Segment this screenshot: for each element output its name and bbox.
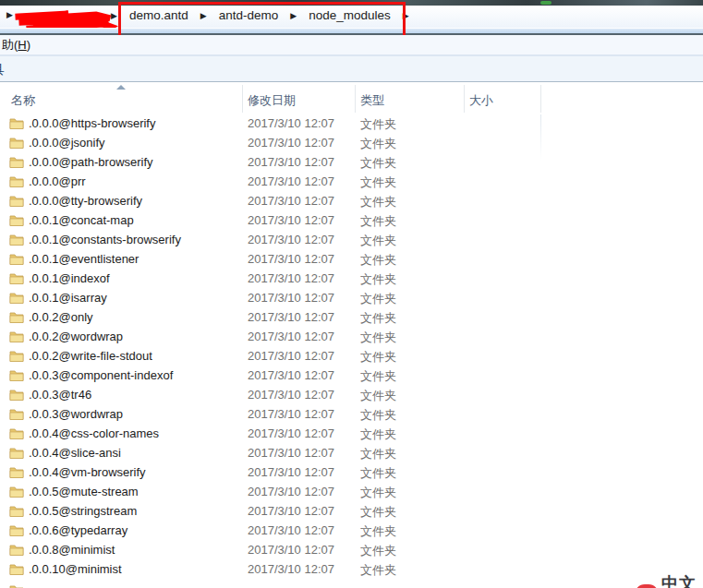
toolbar: 具 (0, 56, 703, 81)
file-name: .0.0.0@prr (29, 174, 86, 188)
breadcrumb-root-chevron-icon[interactable]: ▶ (6, 10, 13, 19)
file-date-modified: 2017/3/10 12:07 (248, 485, 334, 498)
table-row[interactable]: .0.0.4@css-color-names 2017/3/10 12:07 文… (0, 425, 703, 444)
table-row[interactable]: .0.0.0@tty-browserify 2017/3/10 12:07 文件… (0, 192, 703, 211)
file-date-modified: 2017/3/10 12:07 (248, 426, 334, 440)
file-type: 文件夹 (360, 407, 396, 424)
file-date-modified: 2017/3/10 12:07 (248, 213, 334, 227)
column-divider[interactable] (464, 85, 465, 113)
file-date-modified: 2017/3/10 12:07 (248, 465, 334, 479)
folder-icon (9, 584, 24, 588)
table-row[interactable]: .0.0.5@mute-stream 2017/3/10 12:07 文件夹 (0, 483, 703, 502)
folder-icon (9, 234, 24, 246)
table-row[interactable]: .0.0.8@minimist 2017/3/10 12:07 文件夹 (0, 541, 703, 560)
column-header-date-modified[interactable]: 修改日期 (248, 83, 349, 114)
file-name: .0.0.10@minimist (29, 562, 122, 576)
menu-help-text-close: ) (27, 38, 30, 52)
file-type: 文件夹 (360, 213, 396, 230)
table-row[interactable]: .0.0.5@stringstream 2017/3/10 12:07 文件夹 (0, 502, 703, 522)
column-divider[interactable] (540, 85, 541, 113)
file-date-modified: 2017/3/10 12:07 (248, 271, 334, 285)
table-row[interactable]: .0.0.3@component-indexof 2017/3/10 12:07… (0, 366, 703, 386)
table-row[interactable]: .0.0.1@isarray 2017/3/10 12:07 文件夹 (0, 289, 703, 308)
file-date-modified: 2017/3/10 12:07 (248, 116, 334, 130)
breadcrumb-item[interactable]: demo.antd (129, 8, 188, 22)
table-row[interactable]: .0.0.2@wordwrap 2017/3/10 12:07 文件夹 (0, 328, 703, 347)
file-name: .0.0.1@concat-map (29, 213, 134, 227)
site-watermark: php 中文网 (635, 572, 703, 588)
column-divider[interactable] (355, 85, 356, 113)
file-date-modified: 2017/3/10 12:07 (248, 543, 334, 557)
file-type: 文件夹 (360, 426, 396, 443)
folder-icon (9, 544, 24, 557)
table-row[interactable]: .0.0.0@path-browserify 2017/3/10 12:07 文… (0, 153, 703, 173)
file-type: 文件夹 (360, 562, 396, 579)
file-date-modified: 2017/3/10 12:07 (248, 388, 334, 402)
file-name: .0.0.3@tr46 (29, 388, 91, 402)
table-row[interactable]: .0.0.1@eventlistener 2017/3/10 12:07 文件夹 (0, 250, 703, 270)
table-row[interactable]: .0.0.4@slice-ansi 2017/3/10 12:07 文件夹 (0, 444, 703, 463)
address-bar[interactable]: ▶ ▶ demo.antd▶antd-demo▶node_modules▶ (0, 6, 703, 28)
column-header-row: 名称 修改日期 类型 大小 (0, 83, 703, 114)
table-row[interactable]: .0.0.2@only 2017/3/10 12:07 文件夹 (0, 308, 703, 328)
file-name: .0.0.2@write-file-stdout (29, 349, 152, 363)
column-header-size[interactable]: 大小 (469, 83, 534, 114)
table-row[interactable]: .0.0.1@constants-browserify 2017/3/10 12… (0, 231, 703, 250)
menu-item-help[interactable]: 助(H) (2, 35, 30, 54)
file-name: .0.0.0@jsonify (29, 136, 105, 150)
table-row[interactable]: .0.0.2@write-file-stdout 2017/3/10 12:07… (0, 347, 703, 366)
folder-icon (9, 117, 24, 130)
partial-table-row[interactable] (0, 583, 703, 588)
breadcrumb-chevron-icon[interactable]: ▶ (403, 11, 409, 20)
breadcrumb-item[interactable]: antd-demo (219, 8, 279, 22)
file-type: 文件夹 (360, 155, 396, 172)
breadcrumb-chevron-icon[interactable]: ▶ (111, 11, 117, 20)
table-row[interactable]: .0.0.3@wordwrap 2017/3/10 12:07 文件夹 (0, 405, 703, 425)
breadcrumb-item[interactable]: node_modules (309, 8, 391, 22)
table-row[interactable]: .0.0.0@prr 2017/3/10 12:07 文件夹 (0, 173, 703, 192)
table-row[interactable]: .0.0.4@vm-browserify 2017/3/10 12:07 文件夹 (0, 463, 703, 483)
file-type: 文件夹 (360, 523, 396, 540)
breadcrumb[interactable]: demo.antd▶antd-demo▶node_modules▶ (129, 8, 409, 22)
folder-icon (9, 408, 24, 421)
table-row[interactable]: .0.0.10@minimist 2017/3/10 12:07 文件夹 (0, 560, 703, 580)
file-type: 文件夹 (360, 194, 396, 210)
folder-icon (9, 272, 24, 285)
menu-help-text: 助( (2, 38, 18, 52)
file-name: .0.0.3@component-indexof (29, 368, 173, 382)
file-type: 文件夹 (360, 349, 396, 366)
file-name: .0.0.1@eventlistener (29, 252, 139, 266)
breadcrumb-chevron-icon[interactable]: ▶ (290, 11, 297, 20)
file-date-modified: 2017/3/10 12:07 (248, 194, 334, 208)
file-date-modified: 2017/3/10 12:07 (248, 174, 334, 188)
file-date-modified: 2017/3/10 12:07 (248, 136, 334, 150)
folder-icon (9, 505, 24, 518)
toolbar-clipped-label: 具 (0, 62, 5, 78)
file-date-modified: 2017/3/10 12:07 (248, 446, 334, 460)
file-date-modified: 2017/3/10 12:07 (248, 523, 334, 537)
table-row[interactable]: .0.0.3@tr46 2017/3/10 12:07 文件夹 (0, 386, 703, 405)
table-row[interactable]: .0.0.0@https-browserify 2017/3/10 12:07 … (0, 114, 703, 134)
file-type: 文件夹 (360, 291, 396, 307)
file-date-modified: 2017/3/10 12:07 (248, 233, 334, 246)
file-name: .0.0.5@mute-stream (29, 485, 139, 498)
folder-icon (9, 330, 24, 343)
column-header-type[interactable]: 类型 (360, 83, 453, 114)
file-list: .0.0.0@https-browserify 2017/3/10 12:07 … (0, 114, 703, 580)
file-type: 文件夹 (360, 174, 396, 191)
file-date-modified: 2017/3/10 12:07 (248, 330, 334, 343)
menu-help-accelerator: H (18, 38, 26, 52)
file-name: .0.0.8@minimist (29, 543, 115, 557)
sort-ascending-icon (116, 85, 126, 90)
folder-icon (9, 137, 24, 150)
file-name: .0.0.1@isarray (29, 291, 107, 305)
table-row[interactable]: .0.0.0@jsonify 2017/3/10 12:07 文件夹 (0, 134, 703, 153)
php-logo-badge: php (635, 584, 659, 588)
file-type: 文件夹 (360, 465, 396, 482)
table-row[interactable]: .0.0.1@indexof 2017/3/10 12:07 文件夹 (0, 270, 703, 289)
file-name: .0.0.0@path-browserify (29, 155, 153, 169)
table-row[interactable]: .0.0.1@concat-map 2017/3/10 12:07 文件夹 (0, 211, 703, 231)
breadcrumb-chevron-icon[interactable]: ▶ (200, 11, 207, 20)
table-row[interactable]: .0.0.6@typedarray 2017/3/10 12:07 文件夹 (0, 522, 703, 541)
column-divider[interactable] (242, 85, 243, 113)
